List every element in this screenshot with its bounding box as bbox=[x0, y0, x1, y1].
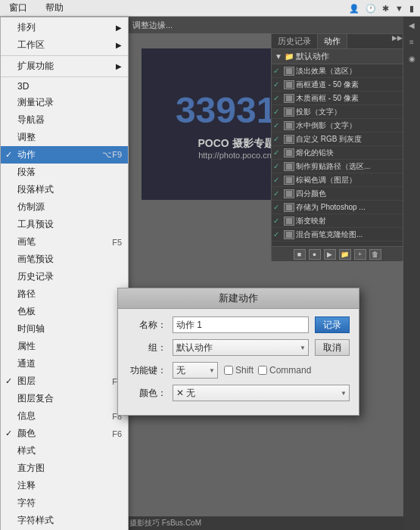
menu-measurement[interactable]: 测量记录 bbox=[1, 94, 128, 111]
action-item-7[interactable]: ✓ 熔化的铅块 bbox=[272, 146, 403, 160]
group-label: 组： bbox=[127, 341, 166, 354]
menu-color[interactable]: 颜色 F6 bbox=[1, 425, 128, 442]
menu-paragraph-style[interactable]: 段落样式 bbox=[1, 181, 128, 198]
tab-actions[interactable]: 动作 bbox=[318, 34, 347, 48]
tab-history[interactable]: 历史记录 bbox=[272, 34, 318, 48]
check-12: ✓ bbox=[273, 217, 282, 225]
check-2: ✓ bbox=[273, 80, 282, 89]
box-8 bbox=[284, 162, 294, 171]
action-item-1[interactable]: ✓ 淡出效果（选区） bbox=[272, 64, 403, 78]
box-13 bbox=[284, 230, 294, 239]
menu-actions[interactable]: 动作 ⌥F9 bbox=[1, 146, 128, 164]
menu-layers[interactable]: 图层 F7 bbox=[1, 373, 128, 390]
menu-histogram[interactable]: 直方图 bbox=[1, 460, 128, 477]
group-select[interactable]: 默认动作 bbox=[173, 339, 309, 356]
check-13: ✓ bbox=[273, 230, 282, 238]
menu-channels[interactable]: 通道 bbox=[1, 355, 128, 373]
box-5 bbox=[284, 121, 294, 130]
record-button-panel[interactable]: ● bbox=[309, 249, 321, 260]
name-input[interactable] bbox=[173, 316, 309, 333]
menu-history[interactable]: 历史记录 bbox=[1, 268, 128, 285]
action-item-6[interactable]: ✓ 自定义 RGB 到灰度 bbox=[272, 132, 403, 146]
check-1: ✓ bbox=[273, 67, 282, 75]
action-item-3[interactable]: ✓ 木质画框 - 50 像素 bbox=[272, 92, 403, 105]
menu-info[interactable]: 信息 F8 bbox=[1, 407, 128, 425]
label-7: 熔化的铅块 bbox=[296, 148, 401, 158]
new-set-button[interactable]: 📁 bbox=[339, 249, 351, 260]
bluetooth-icon: ✱ bbox=[382, 4, 389, 14]
menubar: 窗口 帮助 👤 🕐 ✱ ▼ ▮ bbox=[0, 0, 420, 17]
watermark-brand: POCO 摄影专题 bbox=[198, 137, 274, 151]
new-action-btn[interactable]: ＋ bbox=[354, 249, 366, 260]
menu-tool-presets[interactable]: 工具预设 bbox=[1, 216, 128, 233]
menu-arrange[interactable]: 排列 ▶ bbox=[1, 19, 128, 36]
adjust-edge-link[interactable]: 调整边缘... bbox=[132, 20, 173, 31]
menu-notes[interactable]: 注释 bbox=[1, 477, 128, 494]
actions-list: ✓ 淡出效果（选区） ✓ 画框通道 - 50 像素 ✓ 木质画框 - 50 像素… bbox=[272, 64, 403, 246]
action-item-10[interactable]: ✓ 四分颜色 bbox=[272, 187, 403, 201]
menu-brush[interactable]: 画笔 F5 bbox=[1, 233, 128, 251]
menu-timeline[interactable]: 时间轴 bbox=[1, 320, 128, 338]
menu-brush-presets[interactable]: 画笔预设 bbox=[1, 251, 128, 268]
function-key-select[interactable]: 无 F2F3F4F5 bbox=[173, 362, 218, 379]
menu-layer-comp[interactable]: 图层复合 bbox=[1, 390, 128, 407]
check-7: ✓ bbox=[273, 148, 282, 157]
label-5: 水中倒影（文字） bbox=[296, 120, 401, 131]
menu-adjustments[interactable]: 调整 bbox=[1, 129, 128, 146]
label-13: 混合画笔克隆绘图... bbox=[296, 229, 401, 240]
window-menu-item[interactable]: 窗口 bbox=[6, 0, 30, 16]
check-3: ✓ bbox=[273, 94, 282, 102]
dropdown-menu: 排列 ▶ 工作区 ▶ 扩展功能 ▶ 3D 测量记录 导航器 调整 动作 ⌥F9 bbox=[0, 17, 129, 530]
new-action-dialog: 新建动作 名称： 记录 组： 默认动作 ▼ 取消 功能键： 无 F2 bbox=[117, 288, 359, 416]
check-6: ✓ bbox=[273, 135, 282, 143]
menu-clone-source[interactable]: 仿制源 bbox=[1, 198, 128, 216]
delete-button[interactable]: 🗑 bbox=[369, 249, 381, 260]
shift-checkbox-label[interactable]: Shift bbox=[224, 365, 254, 376]
box-2 bbox=[284, 80, 294, 89]
expand-arrow[interactable]: ▼ bbox=[275, 52, 282, 61]
label-9: 棕褐色调（图层） bbox=[296, 175, 401, 186]
menu-navigator[interactable]: 导航器 bbox=[1, 111, 128, 129]
wifi-icon: ▼ bbox=[395, 4, 403, 13]
menu-character-style[interactable]: 字符样式 bbox=[1, 512, 128, 529]
collapse-icon[interactable]: ◀ bbox=[403, 17, 420, 33]
menu-swatches[interactable]: 色板 bbox=[1, 303, 128, 320]
menu-extensions[interactable]: 扩展功能 ▶ bbox=[1, 58, 128, 75]
panel-icon-2[interactable]: ◉ bbox=[403, 50, 420, 67]
command-checkbox-label[interactable]: Command bbox=[258, 365, 311, 376]
shift-checkbox[interactable] bbox=[224, 366, 233, 375]
cancel-btn[interactable]: 取消 bbox=[315, 339, 350, 356]
panel-menu-chevron[interactable]: ▶▶ bbox=[392, 34, 403, 48]
name-label: 名称： bbox=[127, 319, 166, 332]
action-item-5[interactable]: ✓ 水中倒影（文字） bbox=[272, 119, 403, 132]
action-item-12[interactable]: ✓ 渐变映射 bbox=[272, 214, 403, 228]
menu-workspace[interactable]: 工作区 ▶ bbox=[1, 36, 128, 54]
actions-footer: ■ ● ▶ 📁 ＋ 🗑 bbox=[272, 246, 403, 261]
action-item-2[interactable]: ✓ 画框通道 - 50 像素 bbox=[272, 78, 403, 92]
panel-icon-1[interactable]: ≡ bbox=[403, 33, 420, 50]
box-12 bbox=[284, 217, 294, 226]
group-row: 组： 默认动作 ▼ 取消 bbox=[127, 339, 350, 356]
action-item-8[interactable]: ✓ 制作剪贴路径（选区... bbox=[272, 160, 403, 173]
menu-paragraph[interactable]: 段落 bbox=[1, 164, 128, 181]
menu-3d[interactable]: 3D bbox=[1, 79, 128, 94]
label-10: 四分颜色 bbox=[296, 189, 401, 199]
command-checkbox[interactable] bbox=[258, 366, 267, 375]
system-icons: 👤 🕐 ✱ ▼ ▮ bbox=[349, 0, 420, 17]
action-item-11[interactable]: ✓ 存储为 Photoshop ... bbox=[272, 201, 403, 214]
watermark-url: http://photo.poco.cn/ bbox=[198, 151, 274, 160]
menu-styles[interactable]: 样式 bbox=[1, 442, 128, 460]
menu-character[interactable]: 字符 bbox=[1, 494, 128, 512]
action-item-13[interactable]: ✓ 混合画笔克隆绘图... bbox=[272, 228, 403, 242]
color-select[interactable]: ✕ 无 红色 橙色 黄色 bbox=[173, 385, 350, 401]
menu-properties[interactable]: 属性 bbox=[1, 338, 128, 355]
stop-button[interactable]: ■ bbox=[294, 249, 306, 260]
menu-paths[interactable]: 路径 bbox=[1, 285, 128, 303]
help-menu-item[interactable]: 帮助 bbox=[42, 0, 67, 16]
action-item-9[interactable]: ✓ 棕褐色调（图层） bbox=[272, 173, 403, 187]
record-btn[interactable]: 记录 bbox=[315, 316, 350, 333]
play-button[interactable]: ▶ bbox=[324, 249, 336, 260]
action-item-4[interactable]: ✓ 投影（文字） bbox=[272, 105, 403, 119]
check-9: ✓ bbox=[273, 176, 282, 184]
default-actions-label: 默认动作 bbox=[296, 51, 329, 62]
